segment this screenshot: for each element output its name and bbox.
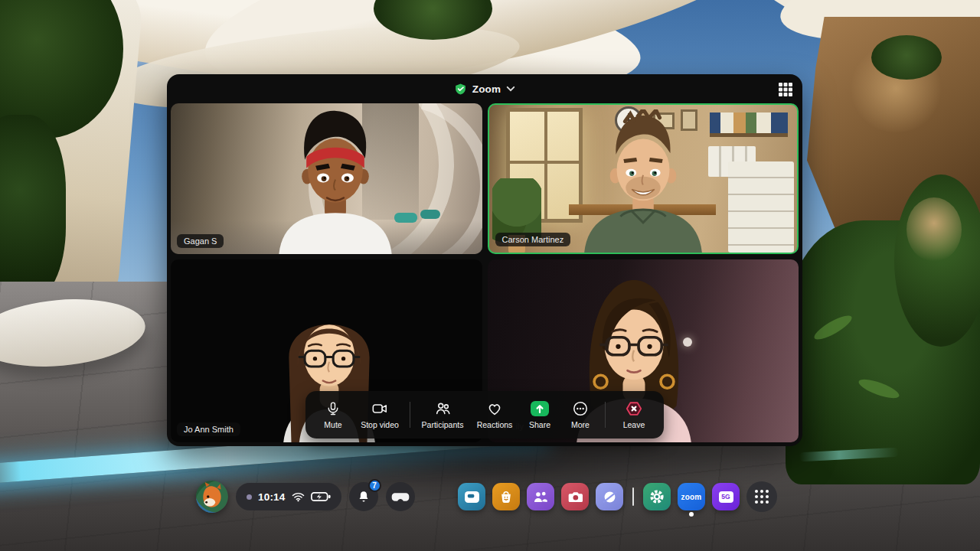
foliage	[871, 35, 942, 80]
browser-app-button[interactable]	[596, 483, 623, 510]
foliage	[0, 115, 66, 302]
mute-button[interactable]: Mute	[312, 400, 354, 429]
app-title: Zoom	[472, 83, 501, 95]
gallery-view-button[interactable]	[776, 80, 795, 99]
chevron-down-icon	[506, 86, 515, 92]
shield-check-icon	[454, 83, 467, 96]
media-app-button[interactable]	[458, 483, 485, 510]
status-pill[interactable]: 10:14	[236, 483, 341, 510]
decor-drawer-unit	[728, 161, 794, 253]
media-app-icon	[464, 491, 480, 504]
meeting-toolbar: Mute Stop video Participants	[305, 391, 664, 439]
notification-badge: 7	[368, 479, 381, 492]
bell-icon	[357, 490, 371, 504]
fiveg-app-button[interactable]: 5G	[712, 483, 740, 510]
participant-tile-gagan[interactable]: Gagan S	[171, 103, 482, 254]
arrow-up-square-icon	[530, 400, 550, 417]
people-app-button[interactable]	[527, 483, 554, 510]
clock: 10:14	[258, 491, 286, 503]
fox-avatar-icon	[196, 481, 228, 513]
gear-icon	[649, 489, 665, 504]
taskbar-app-cluster: zoom 5G	[458, 481, 777, 512]
meeting-info-button[interactable]: Zoom	[454, 83, 516, 96]
store-app-button[interactable]	[492, 483, 520, 510]
toolbar-divider	[605, 402, 606, 428]
video-camera-icon	[371, 400, 389, 417]
taskbar-left-cluster: 10:14 7	[196, 479, 415, 514]
avatar-carson	[567, 109, 718, 253]
app-library-button[interactable]	[746, 481, 777, 512]
active-app-dot	[689, 512, 694, 517]
vr-headset-icon	[391, 491, 410, 503]
more-button[interactable]: More	[560, 400, 600, 429]
avatar-gagan	[260, 109, 412, 254]
zoom-app-label: zoom	[681, 493, 702, 501]
zoom-meeting-window: Zoom	[167, 74, 802, 446]
microphone-icon	[325, 400, 341, 417]
x-hexagon-icon	[625, 400, 643, 417]
gallery-view-icon	[778, 82, 793, 97]
camera-app-icon	[567, 491, 583, 503]
heart-icon	[486, 400, 503, 417]
fiveg-app-label: 5G	[719, 491, 733, 503]
participant-name: Carson Martinez	[495, 233, 571, 246]
participant-name: Gagan S	[177, 234, 224, 248]
taskbar-divider	[632, 487, 634, 506]
share-button[interactable]: Share	[519, 400, 560, 429]
vr-home-screen: Zoom	[0, 0, 980, 551]
meeting-titlebar: Zoom	[167, 74, 802, 103]
ellipsis-circle-icon	[572, 400, 589, 417]
notifications-button[interactable]: 7	[349, 482, 378, 511]
vr-headset-button[interactable]	[386, 482, 415, 511]
app-library-icon	[755, 490, 769, 504]
pampas-grass	[906, 197, 962, 262]
battery-charging-icon	[311, 491, 331, 502]
reactions-button[interactable]: Reactions	[470, 400, 519, 429]
toolbar-divider	[410, 402, 410, 428]
settings-app-button[interactable]	[643, 483, 671, 510]
wifi-icon	[292, 491, 305, 502]
participant-tile-carson[interactable]: Carson Martinez	[488, 103, 799, 254]
status-dot-icon	[247, 494, 252, 500]
browser-globe-icon	[603, 490, 617, 504]
zoom-app-button[interactable]: zoom	[678, 483, 705, 510]
decor-bookshelf	[710, 112, 788, 137]
people-app-icon	[533, 490, 548, 504]
people-icon	[434, 400, 452, 417]
stop-video-button[interactable]: Stop video	[354, 400, 405, 429]
decor-cushion	[420, 210, 440, 219]
participant-name: Jo Ann Smith	[177, 422, 240, 436]
store-bag-icon	[498, 489, 514, 504]
leave-button[interactable]: Leave	[610, 400, 658, 429]
profile-avatar-button[interactable]	[196, 481, 228, 513]
camera-app-button[interactable]	[561, 483, 589, 510]
participants-button[interactable]: Participants	[415, 400, 470, 429]
